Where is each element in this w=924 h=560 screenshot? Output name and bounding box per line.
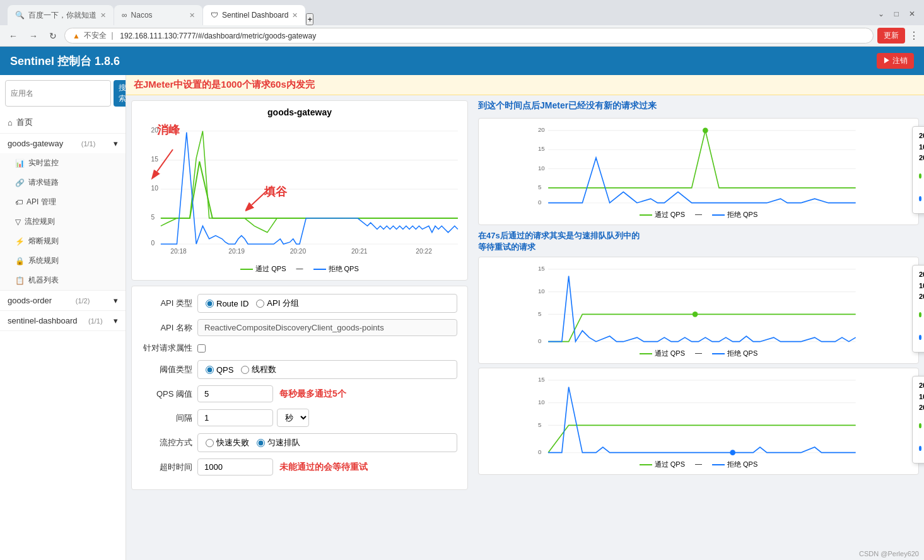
api-type-row: API 类型 Route ID API 分组 — [142, 294, 457, 313]
sidebar-item-system-rules[interactable]: 🔒 系统规则 — [0, 251, 126, 271]
right-chart-1-legend: 通过 QPS — 拒绝 QPS — [484, 210, 913, 219]
right-chart-2-legend: 通过 QPS — 拒绝 QPS — [484, 349, 913, 358]
tooltip-1-pass-row: 通过 QPS 5 — [919, 165, 924, 187]
goods-gateway-chevron-icon: ▾ — [114, 139, 118, 148]
r1-legend-pass-line — [640, 214, 652, 216]
header-right: ▶ 注销 — [877, 53, 914, 69]
radio-queue-input[interactable] — [257, 439, 265, 447]
radio-api-group[interactable]: API 分组 — [256, 298, 299, 309]
radio-threads-input[interactable] — [241, 366, 249, 374]
radio-api-group-input[interactable] — [256, 300, 264, 308]
sidebar-item-realtime[interactable]: 📊 实时监控 — [0, 153, 126, 173]
search-button[interactable]: 搜索 — [114, 80, 126, 107]
right-chart-3-legend: 通过 QPS — 拒绝 QPS — [484, 460, 913, 469]
goods-gateway-menu: 📊 实时监控 🔗 请求链路 🏷 API 管理 ▽ 流控规则 — [0, 153, 126, 290]
timeout-input[interactable] — [197, 458, 273, 475]
svg-text:20:18: 20:18 — [170, 248, 187, 255]
svg-text:15: 15 — [538, 145, 545, 152]
tab-nacos[interactable]: ∞ Nacos ✕ — [114, 5, 202, 25]
interval-control: 秒 — [197, 409, 457, 427]
bottom-annotation: 在47s后通过的请求其实是匀速排队队列中的 等待重试的请求 — [478, 229, 919, 254]
forward-button[interactable]: → — [25, 30, 42, 42]
legend-pass-label: 通过 QPS — [255, 264, 286, 274]
legend-block-line — [313, 269, 326, 270]
logout-label: 注销 — [892, 56, 908, 65]
tooltip-2-time: 2023-10-10 20:19:47 — [919, 269, 924, 303]
svg-text:20:17: 20:17 — [548, 343, 563, 345]
tooltip-3-pass-row: 通过 QPS 5 — [919, 415, 924, 437]
sidebar-item-machine-list[interactable]: 📋 机器列表 — [0, 271, 126, 290]
api-name-input[interactable] — [197, 319, 457, 336]
more-options-button[interactable]: ⋮ — [909, 30, 919, 42]
update-button[interactable]: 更新 — [877, 28, 905, 44]
refresh-button[interactable]: ↻ — [45, 30, 61, 42]
tab-baidu[interactable]: 🔍 百度一下，你就知道 ✕ — [8, 5, 114, 25]
sidebar-group-header-goods-order[interactable]: goods-order (1/2) ▾ — [0, 291, 126, 310]
radio-fast-fail[interactable]: 快速失败 — [206, 437, 249, 448]
radio-route-id-input[interactable] — [206, 300, 214, 308]
minimize-button[interactable]: ⌄ — [874, 8, 888, 20]
svg-text:20:21: 20:21 — [815, 454, 830, 456]
logout-button[interactable]: ▶ 注销 — [877, 53, 914, 69]
sidebar-item-home[interactable]: ⌂ 首页 — [0, 112, 126, 134]
r2-legend-sep: — — [695, 349, 702, 358]
warning-icon: ▲ — [73, 32, 80, 40]
maximize-button[interactable]: □ — [891, 8, 903, 20]
svg-text:0: 0 — [538, 337, 542, 344]
svg-point-60 — [730, 450, 735, 455]
tab-nacos-close[interactable]: ✕ — [189, 11, 195, 20]
radio-threads[interactable]: 线程数 — [241, 364, 276, 375]
main-chart-svg: 20 15 10 5 0 — [138, 121, 461, 260]
svg-text:20:22: 20:22 — [416, 248, 432, 255]
api-type-control: Route ID API 分组 — [197, 294, 457, 313]
tab-sentinel[interactable]: 🛡 Sentinel Dashboard ✕ — [203, 5, 305, 25]
r3-legend-pass-line — [640, 464, 652, 465]
r2-legend-block-label: 拒绝 QPS — [727, 349, 757, 358]
bottom-annotation-line1: 在47s后通过的请求其实是匀速排队队列中的 — [478, 230, 919, 242]
sidebar-item-request-chain[interactable]: 🔗 请求链路 — [0, 173, 126, 192]
tab-sentinel-close[interactable]: ✕ — [292, 11, 298, 20]
app-body: 搜索 ⌂ 首页 goods-gateway (1/1) ▾ 📊 实时监控 — [0, 75, 924, 560]
request-chain-label: 请求链路 — [28, 177, 59, 188]
interval-input[interactable] — [197, 409, 273, 426]
close-window-button[interactable]: ✕ — [905, 8, 919, 20]
back-button[interactable]: ← — [5, 30, 21, 42]
tooltip-1-block-row: 拒绝 QPS 6 — [919, 187, 924, 209]
svg-text:20:19: 20:19 — [726, 204, 741, 206]
new-tab-button[interactable]: + — [306, 13, 313, 25]
radio-fast-fail-input[interactable] — [206, 439, 214, 447]
address-bar[interactable]: ▲ 不安全 ｜ 192.168.111.130:7777/#/dashboard… — [64, 28, 874, 44]
home-icon: ⌂ — [8, 118, 13, 127]
sentinel-dashboard-count: (1/1) — [88, 317, 103, 325]
tab-baidu-close[interactable]: ✕ — [100, 11, 106, 20]
svg-text:10: 10 — [538, 288, 545, 295]
request-attr-checkbox-input[interactable] — [197, 344, 206, 353]
sentinel-dashboard-label: sentinel-dashboard — [8, 316, 78, 325]
machine-list-label: 机器列表 — [28, 275, 59, 286]
sidebar-group-header-goods-gateway[interactable]: goods-gateway (1/1) ▾ — [0, 134, 126, 153]
svg-text:20:18: 20:18 — [596, 343, 611, 345]
tooltip-3-pass-dot — [919, 423, 921, 428]
r3-legend-block-line — [712, 464, 725, 465]
radio-queue-label: 匀速排队 — [267, 437, 300, 448]
tab-baidu-label: 百度一下，你就知道 — [28, 10, 96, 21]
qps-value-row: QPS 阈值 每秒最多通过5个 — [142, 385, 457, 402]
browser-toolbar: ← → ↻ ▲ 不安全 ｜ 192.168.111.130:7777/#/das… — [0, 25, 924, 47]
radio-queue[interactable]: 匀速排队 — [257, 437, 300, 448]
request-attr-checkbox[interactable] — [197, 344, 457, 353]
radio-qps-input[interactable] — [206, 366, 214, 374]
radio-qps[interactable]: QPS — [206, 365, 233, 375]
control-mode-label: 流控方式 — [142, 437, 192, 448]
sidebar-item-circuit-breaker[interactable]: ⚡ 熔断规则 — [0, 231, 126, 251]
control-mode-control: 快速失败 匀速排队 — [197, 433, 457, 452]
search-input[interactable] — [5, 80, 111, 107]
radio-route-id[interactable]: Route ID — [206, 299, 249, 308]
sentinel-dashboard-chevron-icon: ▾ — [114, 316, 118, 325]
qps-value-input[interactable] — [197, 385, 273, 402]
sidebar-item-api-mgmt[interactable]: 🏷 API 管理 — [0, 192, 126, 212]
sidebar-group-header-sentinel[interactable]: sentinel-dashboard (1/1) ▾ — [0, 311, 126, 330]
sidebar-item-flow-rules[interactable]: ▽ 流控规则 — [0, 212, 126, 231]
interval-unit-select[interactable]: 秒 — [277, 409, 309, 427]
svg-text:15: 15 — [538, 376, 545, 383]
bottom-annotation-line2: 等待重试的请求 — [478, 242, 919, 253]
